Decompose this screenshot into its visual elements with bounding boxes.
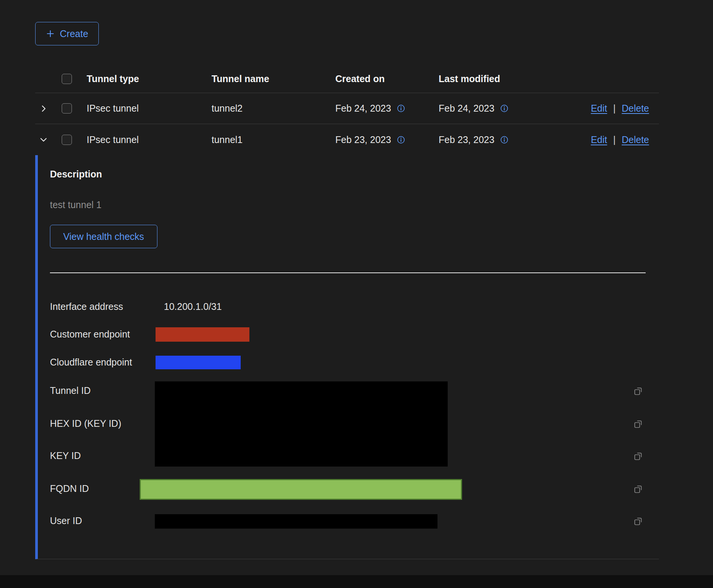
edit-link[interactable]: Edit	[591, 134, 607, 145]
plus-icon	[46, 29, 55, 38]
table-row-tunnel1: IPsec tunnel tunnel1 Feb 23, 2023 Feb 23…	[35, 124, 659, 155]
copy-user-id-icon[interactable]	[634, 516, 643, 527]
last-modified-info-icon[interactable]	[500, 104, 508, 112]
chevron-down-icon	[39, 135, 48, 144]
header-created-on: Created on	[335, 73, 439, 84]
create-button[interactable]: Create	[35, 22, 99, 45]
tunnel-type-cell: IPsec tunnel	[87, 103, 212, 114]
created-on-info-icon[interactable]	[397, 136, 405, 144]
copy-fqdn-id-icon[interactable]	[634, 484, 643, 495]
last-modified-cell: Feb 24, 2023	[439, 103, 494, 114]
delete-link[interactable]: Delete	[622, 134, 649, 145]
create-button-label: Create	[60, 28, 88, 39]
chevron-right-icon	[39, 104, 48, 113]
cloudflare-endpoint-redacted-value	[156, 356, 241, 369]
copy-hex-id-icon[interactable]	[634, 419, 643, 430]
table-row-tunnel2: IPsec tunnel tunnel2 Feb 24, 2023 Feb 24…	[35, 93, 659, 124]
row-checkbox[interactable]	[62, 135, 72, 145]
tunnel-detail-fields: Interface address 10.200.1.0/31 Customer…	[50, 273, 655, 538]
action-separator: |	[613, 134, 616, 145]
hex-id-label: HEX ID (KEY ID)	[50, 418, 121, 429]
customer-endpoint-label: Customer endpoint	[50, 329, 130, 340]
delete-link[interactable]: Delete	[622, 103, 649, 114]
tunnel-id-label: Tunnel ID	[50, 385, 90, 396]
edit-link[interactable]: Edit	[591, 103, 607, 114]
created-on-cell: Feb 24, 2023	[335, 103, 391, 114]
fqdn-id-label: FQDN ID	[50, 483, 89, 494]
header-last-modified: Last modified	[439, 73, 564, 84]
cloudflare-endpoint-label: Cloudflare endpoint	[50, 357, 132, 368]
tunnel-type-cell: IPsec tunnel	[87, 134, 212, 145]
action-separator: |	[613, 103, 616, 114]
copy-key-id-icon[interactable]	[634, 451, 643, 462]
tunnels-table: Tunnel type Tunnel name Created on Last …	[35, 65, 659, 155]
key-id-label: KEY ID	[50, 450, 81, 461]
fqdn-id-redacted-value	[140, 479, 462, 500]
header-tunnel-name: Tunnel name	[212, 73, 335, 84]
customer-endpoint-redacted-value	[156, 327, 249, 342]
tunnel-name-cell: tunnel1	[212, 134, 335, 145]
tunnel-name-cell: tunnel2	[212, 103, 335, 114]
user-id-label: User ID	[50, 515, 82, 526]
tunnels-page: Create Tunnel type Tunnel name Created o…	[0, 0, 713, 588]
tunnel-id-redacted-value	[155, 381, 448, 467]
last-modified-info-icon[interactable]	[500, 136, 508, 144]
select-all-checkbox[interactable]	[62, 74, 72, 84]
user-id-redacted-value	[155, 514, 437, 529]
bottom-bar	[0, 575, 713, 588]
collapse-row-button[interactable]	[39, 135, 48, 144]
description-text: test tunnel 1	[50, 199, 659, 210]
created-on-cell: Feb 23, 2023	[335, 134, 391, 145]
last-modified-cell: Feb 23, 2023	[439, 134, 494, 145]
description-label: Description	[50, 169, 659, 180]
expand-row-button[interactable]	[39, 104, 48, 113]
interface-address-value: 10.200.1.0/31	[164, 301, 222, 312]
created-on-info-icon[interactable]	[397, 104, 405, 112]
copy-tunnel-id-icon[interactable]	[634, 386, 643, 397]
view-health-checks-button[interactable]: View health checks	[50, 225, 157, 248]
tunnel-details-panel: Description test tunnel 1 View health ch…	[35, 155, 659, 559]
interface-address-label: Interface address	[50, 301, 123, 312]
row-checkbox[interactable]	[62, 103, 72, 114]
header-tunnel-type: Tunnel type	[87, 73, 212, 84]
table-header-row: Tunnel type Tunnel name Created on Last …	[35, 65, 659, 93]
